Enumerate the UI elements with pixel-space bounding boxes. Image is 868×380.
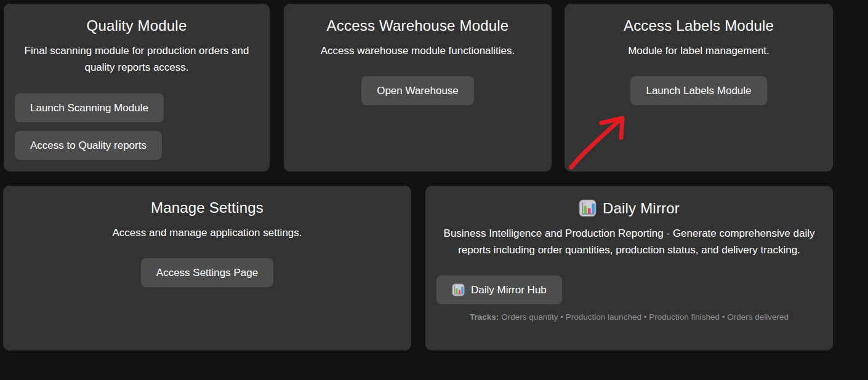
card-description: Access and manage application settings. bbox=[112, 224, 302, 241]
daily-mirror-hub-button[interactable]: Daily Mirror Hub bbox=[436, 275, 562, 304]
launch-labels-module-button[interactable]: Launch Labels Module bbox=[630, 76, 766, 105]
button-group: Launch Scanning Module Access to Quality… bbox=[15, 93, 260, 160]
card-title: Access Labels Module bbox=[574, 17, 823, 34]
card-description: Module for label management. bbox=[628, 42, 770, 59]
button-label: Daily Mirror Hub bbox=[471, 284, 547, 296]
daily-mirror-card: Daily Mirror Business Intelligence and P… bbox=[425, 186, 833, 350]
quality-module-card: Quality Module Final scanning module for… bbox=[4, 4, 270, 172]
launch-scanning-module-button[interactable]: Launch Scanning Module bbox=[15, 93, 164, 122]
card-description: Final scanning module for production ord… bbox=[17, 42, 257, 76]
labels-module-card: Access Labels Module Module for label ma… bbox=[565, 4, 833, 172]
card-title-text: Daily Mirror bbox=[603, 200, 680, 217]
bar-chart-icon bbox=[579, 199, 597, 217]
card-title: Quality Module bbox=[14, 17, 260, 34]
bar-chart-icon bbox=[452, 283, 465, 296]
access-quality-reports-button[interactable]: Access to Quality reports bbox=[15, 131, 162, 160]
card-description: Business Intelligence and Production Rep… bbox=[438, 225, 820, 258]
tracks-label: Tracks: bbox=[470, 312, 499, 322]
settings-card: Manage Settings Access and manage applic… bbox=[3, 186, 411, 350]
card-title: Manage Settings bbox=[13, 199, 401, 216]
access-settings-page-button[interactable]: Access Settings Page bbox=[141, 258, 273, 287]
open-warehouse-button[interactable]: Open Warehouse bbox=[361, 76, 474, 105]
card-title: Daily Mirror bbox=[435, 199, 823, 217]
card-description: Access warehouse module functionalities. bbox=[321, 42, 515, 59]
warehouse-module-card: Access Warehouse Module Access warehouse… bbox=[284, 4, 552, 172]
card-title: Access Warehouse Module bbox=[294, 17, 542, 34]
tracks-list: Orders quantity • Production launched • … bbox=[501, 312, 789, 322]
tracks-footer: Tracks:Orders quantity • Production laun… bbox=[435, 312, 823, 322]
